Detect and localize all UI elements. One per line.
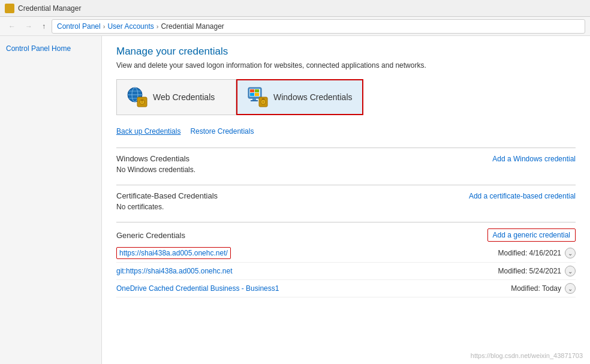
generic-cred-item-2-link[interactable]: git:https://shai438a.ad005.onehc.net [116,267,232,275]
windows-cred-icon [247,86,269,108]
svg-rect-14 [255,93,259,96]
certificate-credentials-section: Certificate-Based Credentials Add a cert… [116,185,576,222]
svg-rect-13 [250,93,254,96]
breadcrumb-control-panel[interactable]: Control Panel [57,22,101,31]
svg-point-7 [141,101,143,103]
back-button[interactable]: ← [5,20,19,32]
windows-cred-header: Windows Credentials Add a Windows creden… [116,154,576,163]
breadcrumb-sep-1: › [103,23,106,30]
add-generic-credential-link[interactable]: Add a generic credential [487,228,576,242]
restore-credentials-link[interactable]: Restore Credentials [190,127,254,136]
page-title: Manage your credentials [116,46,576,58]
generic-cred-item-1-right: Modified: 4/16/2021 ⌄ [498,248,576,258]
breadcrumb: Control Panel › User Accounts › Credenti… [52,19,585,34]
generic-cred-item-1-modified: Modified: 4/16/2021 [498,249,561,257]
generic-credentials-section: Generic Credentials Add a generic creden… [116,222,576,303]
generic-cred-title: Generic Credentials [116,231,185,240]
sidebar-item-control-panel-home[interactable]: Control Panel Home [6,43,95,54]
certificate-cred-title: Certificate-Based Credentials [116,191,218,200]
generic-cred-header: Generic Credentials Add a generic creden… [116,228,576,242]
svg-rect-16 [251,100,258,101]
cred-type-tabs: Web Credentials [116,79,576,115]
generic-cred-item-3-expand[interactable]: ⌄ [565,283,576,294]
generic-cred-item-2-modified: Modified: 5/24/2021 [498,267,561,275]
title-bar: Credential Manager [0,0,590,17]
generic-cred-item-3-modified: Modified: Today [511,284,561,293]
windows-cred-title: Windows Credentials [116,154,189,163]
svg-rect-11 [250,89,254,92]
tab-windows-label: Windows Credentials [273,92,353,102]
svg-rect-8 [141,100,143,101]
breadcrumb-sep-2: › [156,23,159,30]
svg-point-19 [262,101,264,103]
certificate-cred-header: Certificate-Based Credentials Add a cert… [116,191,576,200]
add-certificate-credential-link[interactable]: Add a certificate-based credential [469,192,576,200]
app-icon [5,4,14,13]
generic-cred-item-3-link[interactable]: OneDrive Cached Credential Business - Bu… [116,284,279,293]
content-area: Manage your credentials View and delete … [102,36,590,364]
backup-credentials-link[interactable]: Back up Credentials [116,127,180,136]
generic-cred-item-1-expand[interactable]: ⌄ [565,248,576,258]
nav-bar: ← → ↑ Control Panel › User Accounts › Cr… [0,17,590,36]
generic-cred-item-2: git:https://shai438a.ad005.onehc.net Mod… [116,263,576,280]
windows-credentials-section: Windows Credentials Add a Windows creden… [116,148,576,185]
up-button[interactable]: ↑ [38,20,49,32]
generic-cred-item-2-right: Modified: 5/24/2021 ⌄ [498,266,576,276]
generic-cred-item-1-link[interactable]: https://shai438a.ad005.onehc.net/ [116,247,231,259]
sidebar: Control Panel Home [0,36,102,364]
breadcrumb-user-accounts[interactable]: User Accounts [107,22,153,31]
windows-cred-empty: No Windows credentials. [116,166,576,174]
generic-cred-item-2-expand[interactable]: ⌄ [565,266,576,276]
svg-rect-20 [262,98,264,100]
svg-rect-12 [255,89,259,92]
tab-web-credentials[interactable]: Web Credentials [116,79,236,115]
page-subtitle: View and delete your saved logon informa… [116,61,576,70]
breadcrumb-current: Credential Manager [161,22,224,31]
generic-cred-item-3-right: Modified: Today ⌄ [511,283,576,294]
title-bar-text: Credential Manager [18,4,81,13]
actions-row: Back up Credentials Restore Credentials [116,127,576,136]
forward-button[interactable]: → [22,20,36,32]
watermark: https://blog.csdn.net/weixin_43871703 [471,352,583,359]
certificate-cred-empty: No certificates. [116,203,576,211]
generic-cred-item-1: https://shai438a.ad005.onehc.net/ Modifi… [116,244,576,263]
main-layout: Control Panel Home Manage your credentia… [0,36,590,364]
svg-rect-15 [252,98,256,100]
tab-windows-credentials[interactable]: Windows Credentials [236,79,363,115]
tab-web-label: Web Credentials [153,92,215,102]
web-cred-icon [127,86,148,108]
add-windows-credential-link[interactable]: Add a Windows credential [492,155,576,163]
generic-cred-item-3: OneDrive Cached Credential Business - Bu… [116,280,576,297]
